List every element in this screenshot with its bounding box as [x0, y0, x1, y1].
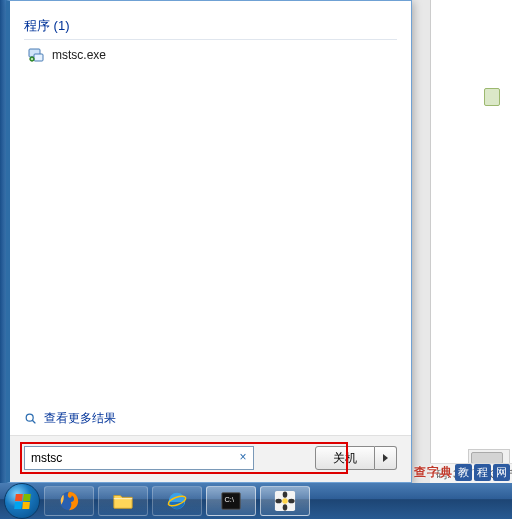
- start-menu: 程序 (1) mstsc.exe 查看更多结果 × 关机: [6, 0, 412, 483]
- watermark-box: 程: [474, 464, 491, 481]
- clear-search-icon[interactable]: ×: [236, 450, 250, 464]
- watermark-box: 网: [493, 464, 510, 481]
- svg-rect-1: [34, 54, 43, 61]
- shutdown-more-button[interactable]: [375, 446, 397, 470]
- svg-point-15: [288, 499, 294, 504]
- taskbar-item-ie[interactable]: [152, 486, 202, 516]
- terminal-icon: C:\: [220, 490, 242, 512]
- search-results-pane: 程序 (1) mstsc.exe: [10, 1, 411, 402]
- search-input[interactable]: [24, 446, 254, 470]
- watermark-box: 教: [455, 464, 472, 481]
- svg-point-3: [26, 414, 33, 421]
- start-button[interactable]: [4, 483, 40, 519]
- program-icon: [28, 47, 44, 63]
- watermark: 查字典 教 程 网: [414, 463, 510, 481]
- search-wrap: ×: [24, 446, 254, 470]
- folder-icon: [112, 490, 134, 512]
- taskbar-item-cmd[interactable]: C:\: [206, 486, 256, 516]
- taskbar: C:\: [0, 483, 512, 519]
- flower-icon: [274, 490, 296, 512]
- svg-line-4: [32, 420, 35, 423]
- shutdown-button[interactable]: 关机: [315, 446, 375, 470]
- see-more-results-label: 查看更多结果: [44, 410, 116, 427]
- taskbar-item-explorer[interactable]: [98, 486, 148, 516]
- firefox-icon: [58, 490, 80, 512]
- internet-explorer-icon: [166, 490, 188, 512]
- see-more-results[interactable]: 查看更多结果: [10, 402, 411, 435]
- document-icon: [484, 88, 500, 106]
- watermark-text: 查字典: [414, 464, 453, 481]
- svg-point-11: [282, 498, 288, 504]
- search-icon: [24, 412, 38, 426]
- shutdown-group: 关机: [315, 446, 397, 470]
- windows-logo-icon: [14, 494, 31, 509]
- svg-text:C:\: C:\: [225, 495, 235, 504]
- start-menu-bottom-row: × 关机: [10, 435, 411, 482]
- result-item-mstsc[interactable]: mstsc.exe: [24, 44, 397, 66]
- chevron-right-icon: [383, 454, 388, 462]
- result-item-label: mstsc.exe: [52, 48, 106, 62]
- taskbar-item-app[interactable]: [260, 486, 310, 516]
- svg-point-14: [275, 499, 281, 504]
- result-category-header: 程序 (1): [24, 11, 397, 40]
- taskbar-item-firefox[interactable]: [44, 486, 94, 516]
- svg-point-12: [283, 491, 288, 497]
- svg-point-13: [283, 504, 288, 510]
- background-window: [430, 0, 512, 469]
